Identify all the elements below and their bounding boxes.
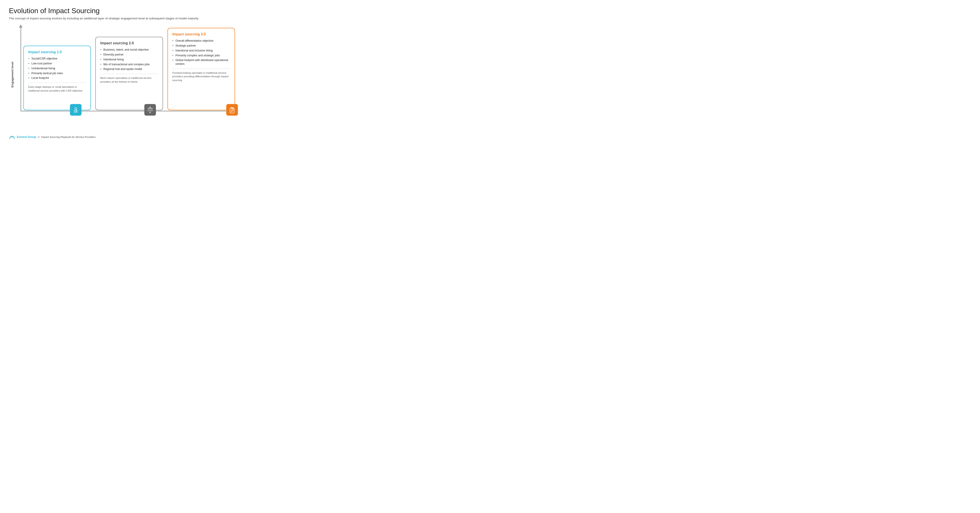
community-growth-icon: [72, 106, 79, 113]
svg-point-11: [233, 109, 234, 110]
card3-title: Impact sourcing 3.0: [172, 32, 230, 36]
footer-brand: Everest Group: [17, 135, 36, 139]
strategy-clipboard-icon: [229, 106, 235, 113]
list-item: Regional hub-and-spoke model: [100, 67, 158, 71]
card2-list: Business, talent, and social objective D…: [100, 48, 158, 71]
svg-point-3: [151, 108, 152, 109]
card3-footer: Forward-looking specialist or traditiona…: [172, 71, 230, 82]
everest-group-logo-icon: [9, 135, 15, 139]
card-impact-3: Impact sourcing 3.0 Overall differentiat…: [167, 28, 235, 110]
list-item: Social/CSR objective: [28, 57, 86, 61]
list-item: Mix of transactional and complex jobs: [100, 62, 158, 66]
y-axis-label: Engagement level: [11, 62, 14, 88]
list-item: Unintentional hiring: [28, 67, 86, 70]
card3-list: Overall differentiation objective Strate…: [172, 39, 230, 66]
card1-list: Social/CSR objective Low-cost partner Un…: [28, 57, 86, 80]
list-item: Business, talent, and social objective: [100, 48, 158, 52]
list-item: Primarily tactical job roles: [28, 72, 86, 75]
svg-rect-7: [231, 108, 233, 108]
list-item: Strategic partner: [172, 44, 230, 48]
card2-title: Impact sourcing 2.0: [100, 41, 158, 45]
list-item: Low-cost partner: [28, 62, 86, 65]
footer-reg: ®: [38, 136, 40, 138]
card-impact-2: Impact sourcing 2.0 Business, talent, an…: [95, 37, 163, 110]
card1-title: Impact sourcing 1.0: [28, 50, 86, 54]
y-axis: [21, 27, 21, 112]
card3-divider: [172, 69, 230, 69]
card2-footer: Most mature specialists or traditional s…: [100, 76, 158, 83]
list-item: Intentional hiring: [100, 58, 158, 62]
list-item: Diversity partner: [100, 53, 158, 57]
cards-container: Impact sourcing 1.0 Social/CSR objective…: [23, 28, 235, 110]
page-footer: Everest Group ® Impact Sourcing Playbook…: [9, 135, 236, 139]
page-subtitle: The concept of impact sourcing evolves b…: [9, 17, 236, 20]
svg-point-0: [75, 108, 76, 109]
card1-icon-badge: [70, 104, 81, 116]
list-item: Primarily complex and strategic jobs: [172, 54, 230, 57]
svg-point-4: [150, 112, 151, 113]
list-item: Local footprint: [28, 76, 86, 80]
list-item: Intentional and inclusive hiring: [172, 49, 230, 53]
diverse-team-icon: [146, 106, 154, 113]
svg-point-2: [148, 108, 149, 109]
x-axis: Maturity level: [21, 111, 236, 112]
card3-icon-badge: [226, 104, 238, 116]
list-item: Global footprint with distributed operat…: [172, 58, 230, 66]
card2-icon-badge: [144, 104, 156, 116]
page-title: Evolution of Impact Sourcing: [9, 7, 236, 15]
footer-text: Impact Sourcing Playbook for Service Pro…: [41, 135, 95, 138]
svg-point-1: [149, 107, 151, 109]
card-impact-1: Impact sourcing 1.0 Social/CSR objective…: [23, 46, 91, 110]
card1-divider: [28, 83, 86, 83]
chart-area: Engagement level Maturity level Impact s…: [9, 27, 236, 123]
card1-footer: Early-stage startups or small specialist…: [28, 85, 86, 92]
list-item: Overall differentiation objective: [172, 39, 230, 43]
footer-logo: [9, 135, 15, 139]
